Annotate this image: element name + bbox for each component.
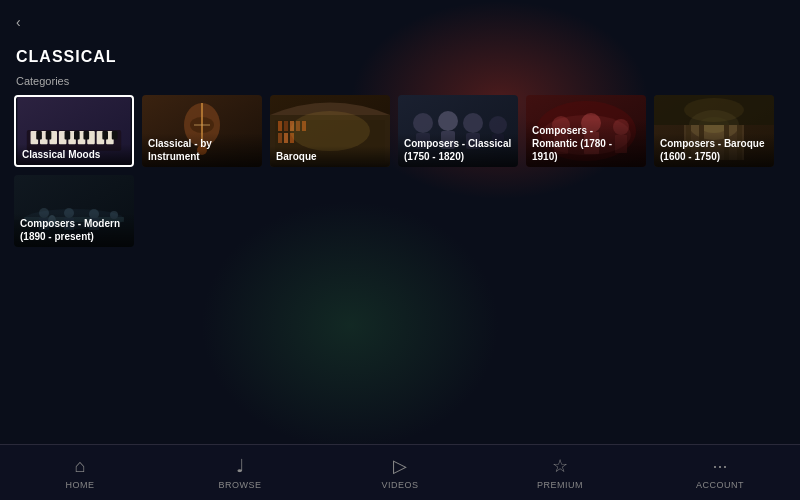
back-button[interactable]: ‹ xyxy=(16,14,21,30)
nav-browse[interactable]: ♩ BROWSE xyxy=(160,455,320,490)
svg-point-41 xyxy=(463,113,483,133)
nav-videos-label: VIDEOS xyxy=(381,480,418,490)
category-card-composers-romantic[interactable]: Composers - Romantic (1780 - 1910) xyxy=(526,95,646,167)
page-title: CLASSICAL xyxy=(16,48,117,66)
nav-videos[interactable]: ▷ VIDEOS xyxy=(320,455,480,490)
nav-home-label: HOME xyxy=(66,480,95,490)
category-card-composers-classical[interactable]: Composers - Classical (1750 - 1820) xyxy=(398,95,518,167)
svg-point-39 xyxy=(438,111,458,131)
category-card-classical-by-instrument[interactable]: Classical - by Instrument xyxy=(142,95,262,167)
svg-rect-11 xyxy=(36,131,42,140)
svg-rect-15 xyxy=(83,131,89,140)
nav-premium[interactable]: ☆ PREMIUM xyxy=(480,455,640,490)
svg-rect-14 xyxy=(74,131,80,140)
bottom-nav: ⌂ HOME ♩ BROWSE ▷ VIDEOS ☆ PREMIUM ··· A… xyxy=(0,444,800,500)
svg-rect-33 xyxy=(284,133,288,143)
card-label-classical-moods: Classical Moods xyxy=(16,144,132,165)
nav-account-label: ACCOUNT xyxy=(696,480,744,490)
category-grid: Classical Moods Classical - by Instrumen… xyxy=(14,95,800,247)
home-icon: ⌂ xyxy=(75,456,86,477)
category-card-baroque[interactable]: Baroque xyxy=(270,95,390,167)
premium-icon: ☆ xyxy=(552,455,568,477)
categories-label: Categories xyxy=(16,75,69,87)
svg-rect-32 xyxy=(278,133,282,143)
nav-browse-label: BROWSE xyxy=(218,480,261,490)
card-label-classical-by-instrument: Classical - by Instrument xyxy=(142,133,262,167)
svg-rect-12 xyxy=(46,131,52,140)
card-label-composers-modern: Composers - Modern (1890 - present) xyxy=(14,213,134,247)
card-label-composers-classical: Composers - Classical (1750 - 1820) xyxy=(398,133,518,167)
svg-point-37 xyxy=(413,113,433,133)
svg-point-35 xyxy=(290,111,370,151)
card-label-composers-romantic: Composers - Romantic (1780 - 1910) xyxy=(526,120,646,167)
svg-rect-17 xyxy=(112,131,118,140)
svg-rect-13 xyxy=(65,131,71,140)
card-label-composers-baroque: Composers - Baroque (1600 - 1750) xyxy=(654,133,774,167)
account-icon: ··· xyxy=(712,456,727,477)
svg-rect-28 xyxy=(284,121,288,131)
videos-icon: ▷ xyxy=(393,455,407,477)
category-card-composers-baroque[interactable]: Composers - Baroque (1600 - 1750) xyxy=(654,95,774,167)
svg-point-63 xyxy=(684,98,744,122)
category-card-classical-moods[interactable]: Classical Moods xyxy=(14,95,134,167)
card-label-baroque: Baroque xyxy=(270,146,390,167)
svg-rect-27 xyxy=(278,121,282,131)
nav-premium-label: PREMIUM xyxy=(537,480,583,490)
nav-account[interactable]: ··· ACCOUNT xyxy=(640,456,800,490)
browse-icon: ♩ xyxy=(236,455,244,477)
nav-home[interactable]: ⌂ HOME xyxy=(0,456,160,490)
svg-rect-16 xyxy=(102,131,108,140)
category-card-composers-modern[interactable]: Composers - Modern (1890 - present) xyxy=(14,175,134,247)
svg-point-43 xyxy=(489,116,507,134)
